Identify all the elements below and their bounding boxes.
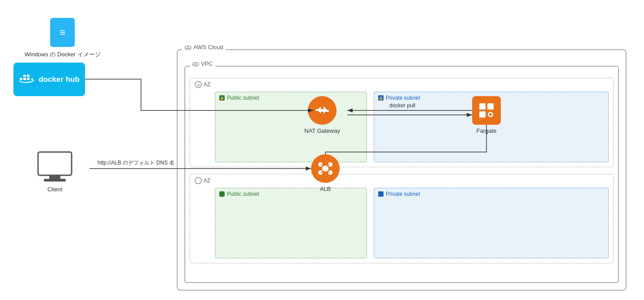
alb-label: ALB: [311, 186, 340, 192]
svg-rect-8: [44, 179, 66, 182]
svg-rect-4: [27, 75, 30, 77]
public-subnet-1-label: 🔒 Public subnet: [219, 95, 259, 101]
nat-gateway-label: NAT Gateway: [304, 127, 340, 134]
svg-rect-29: [487, 103, 494, 110]
svg-point-33: [322, 165, 328, 172]
public-subnet-2: Public subnet: [215, 188, 367, 258]
svg-rect-7: [49, 175, 60, 179]
cloud-icon: [184, 45, 192, 50]
az-row-1: ⊕ AZ 🔒 Public subnet: [190, 78, 614, 167]
alb-dns-label: http://ALB のデフォルト DNS 名: [98, 160, 175, 166]
vpc-box: VPC ⊕ AZ 🔒: [184, 66, 619, 283]
svg-rect-30: [479, 111, 486, 118]
private-subnet-1-icon: 🔒: [378, 95, 384, 101]
svg-rect-23: [378, 191, 384, 197]
svg-rect-26: [321, 110, 329, 112]
windows-docker-section: Windows の Docker イメージ: [25, 18, 101, 59]
fargate-icon: [472, 96, 501, 125]
nat-gateway-icon: [308, 96, 337, 125]
alb-icon: [311, 154, 340, 183]
public-subnet-1: 🔒 Public subnet: [215, 92, 367, 162]
client-label: Client: [36, 186, 74, 193]
svg-rect-2: [27, 78, 30, 80]
svg-point-21: [195, 177, 201, 184]
az1-label: ⊕ AZ: [195, 81, 210, 88]
svg-text:🔒: 🔒: [220, 96, 224, 100]
docker-hub-box: docker hub: [13, 63, 85, 96]
az1-icon: ⊕: [195, 81, 202, 88]
private-subnet-2-icon: [378, 191, 384, 197]
az-row-2: AZ Public subnet: [190, 174, 614, 263]
docker-hub-text: docker hub: [38, 75, 80, 84]
alb-circles-icon: [317, 160, 334, 177]
svg-rect-0: [20, 78, 22, 80]
alb: ALB: [311, 154, 340, 192]
svg-rect-28: [479, 103, 486, 110]
client-monitor-icon: [36, 150, 74, 183]
fargate-label: Fargate: [472, 127, 501, 134]
az2-icon: [195, 177, 202, 184]
public-subnet-2-label: Public subnet: [219, 191, 259, 197]
aws-cloud-label: AWS Cloud: [182, 44, 226, 51]
fargate: Fargate: [472, 96, 501, 134]
public-subnet-1-icon: 🔒: [219, 95, 225, 101]
svg-point-5: [31, 78, 33, 80]
vpc-cloud-icon: [192, 61, 199, 67]
svg-text:🔒: 🔒: [379, 96, 383, 100]
svg-rect-6: [38, 152, 72, 175]
document-icon: [50, 18, 75, 47]
aws-cloud-box: AWS Cloud VPC ⊕ AZ: [177, 49, 627, 291]
public-subnet-2-icon: [219, 191, 225, 197]
private-subnet-2-label: Private subnet: [378, 191, 420, 197]
svg-rect-1: [23, 78, 26, 80]
docker-hub-section: docker hub: [13, 63, 85, 96]
svg-point-32: [489, 113, 492, 116]
svg-text:⊕: ⊕: [197, 83, 200, 87]
vpc-label: VPC: [190, 60, 215, 67]
client-section: Client: [36, 150, 74, 193]
private-subnet-1-label: 🔒 Private subnet: [378, 95, 420, 101]
fargate-boxes-icon: [478, 101, 495, 119]
svg-rect-22: [219, 191, 225, 197]
nat-gateway: NAT Gateway: [304, 96, 340, 134]
private-subnet-2: Private subnet: [374, 188, 609, 258]
svg-marker-27: [317, 106, 321, 114]
windows-docker-label: Windows の Docker イメージ: [25, 51, 101, 59]
az2-label: AZ: [195, 177, 210, 184]
nat-arrows-icon: [314, 102, 331, 119]
svg-rect-3: [23, 75, 26, 77]
docker-whale-icon: [19, 73, 35, 86]
diagram-container: Windows の Docker イメージ docker hub Client: [0, 0, 644, 300]
